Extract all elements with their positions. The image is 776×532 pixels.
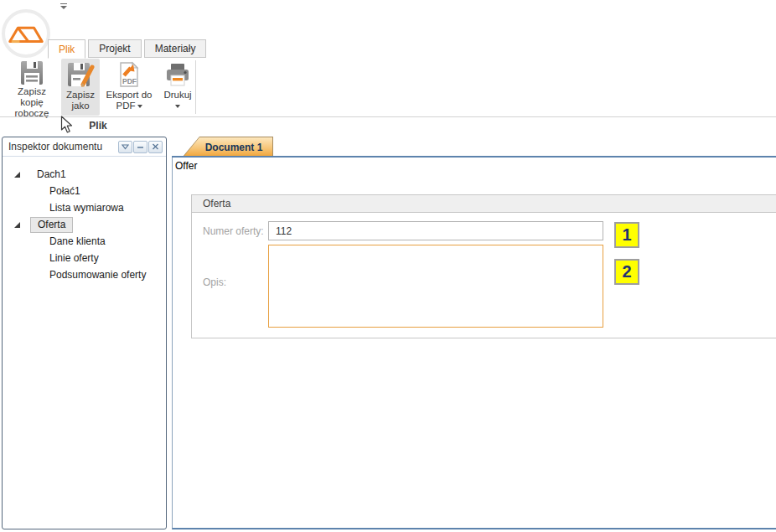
svg-text:PDF: PDF xyxy=(122,77,137,85)
oferta-groupbox: Oferta Numer oferty: Opis: xyxy=(191,194,776,338)
save-draft-label-line2: roboczę xyxy=(15,108,49,119)
tab-projekt[interactable]: Projekt xyxy=(88,39,141,58)
export-pdf-button[interactable]: PDF Eksport do PDF xyxy=(104,59,154,116)
annotation-badge-1: 1 xyxy=(614,222,639,248)
ribbon-separator xyxy=(195,60,196,114)
inspector-panel: Inspektor dokumentu Dach1 xyxy=(2,137,167,529)
offer-number-label: Numer oferty: xyxy=(203,225,264,237)
tree-item-label: Połać1 xyxy=(47,184,83,198)
tree-expander-icon[interactable] xyxy=(14,222,20,228)
panel-close-button[interactable] xyxy=(148,141,163,153)
tree-item-oferta[interactable]: Oferta xyxy=(3,216,166,233)
document-tree: Dach1 Połać1 Lista wymiarowa Oferta Dane… xyxy=(3,157,166,283)
dropdown-arrow-icon xyxy=(175,105,180,108)
description-label: Opis: xyxy=(203,276,226,288)
app-logo[interactable] xyxy=(2,9,50,58)
save-as-icon xyxy=(66,59,95,90)
tree-item-label: Lista wymiarowa xyxy=(47,201,127,214)
description-textarea[interactable] xyxy=(268,245,603,328)
tree-item-label: Dane klienta xyxy=(47,235,108,248)
save-draft-label-line1: Zapisz kopię xyxy=(7,86,57,108)
chevron-down-icon xyxy=(60,6,67,9)
quick-access-bar-icon xyxy=(60,3,67,4)
minimize-icon xyxy=(137,144,144,150)
chevron-down-icon xyxy=(122,144,129,150)
save-as-label-line1: Zapisz xyxy=(66,90,95,101)
inspector-title-bar[interactable]: Inspektor dokumentu xyxy=(3,137,166,157)
annotation-badge-2: 2 xyxy=(614,259,639,285)
print-label-line1: Drukuj xyxy=(163,90,191,101)
pdf-icon: PDF xyxy=(116,59,142,90)
document-content: Offer Oferta Numer oferty: Opis: 1 2 xyxy=(172,158,776,529)
tab-plik[interactable]: Plik xyxy=(48,39,85,59)
tree-item-label: Dach1 xyxy=(34,168,69,181)
ribbon-bottom-border xyxy=(0,116,776,117)
tree-item-dane-klienta[interactable]: Dane klienta xyxy=(3,233,166,250)
tree-item-label: Linie oferty xyxy=(47,251,101,265)
print-button[interactable]: Drukuj xyxy=(158,59,197,116)
offer-number-input[interactable] xyxy=(268,221,603,240)
save-draft-button[interactable]: Zapisz kopię roboczę xyxy=(7,59,57,116)
quick-access-toolbar-button[interactable] xyxy=(59,3,68,9)
save-as-label-line2: jako xyxy=(71,101,89,111)
dropdown-arrow-icon xyxy=(137,105,142,108)
save-icon xyxy=(18,59,45,86)
tree-item-label: Podsumowanie oferty xyxy=(47,268,148,281)
export-pdf-label-line2: PDF xyxy=(116,101,136,111)
document-heading: Offer xyxy=(175,160,197,172)
save-as-button[interactable]: Zapisz jako xyxy=(61,59,100,116)
inspector-title: Inspektor dokumentu xyxy=(8,141,117,152)
tab-materialy[interactable]: Materiały xyxy=(144,39,207,58)
tree-item-lista-wymiarowa[interactable]: Lista wymiarowa xyxy=(3,199,166,216)
roof-truss-icon xyxy=(7,21,45,46)
panel-dropdown-button[interactable] xyxy=(118,141,132,153)
close-icon xyxy=(152,143,159,150)
tree-item-podsumowanie-oferty[interactable]: Podsumowanie oferty xyxy=(3,266,166,283)
tree-item-polac1[interactable]: Połać1 xyxy=(3,183,166,199)
tree-item-linie-oferty[interactable]: Linie oferty xyxy=(3,250,166,266)
ribbon-tab-strip: Plik Projekt Materiały xyxy=(48,39,206,59)
ribbon-group-caption: Plik xyxy=(0,120,196,132)
app-window: Plik Projekt Materiały Zapisz kopię xyxy=(0,0,776,532)
tree-item-label-selected: Oferta xyxy=(30,217,73,233)
export-pdf-label-line1: Eksport do xyxy=(106,90,153,101)
tree-item-dach1[interactable]: Dach1 xyxy=(3,166,166,183)
document-panel: Document 1 Offer Oferta Numer oferty: Op… xyxy=(172,137,776,529)
tree-expander-icon[interactable] xyxy=(14,172,20,178)
ribbon-group-plik: Zapisz kopię roboczę Zapisz jako xyxy=(7,59,197,116)
panel-minimize-button[interactable] xyxy=(133,141,147,153)
oferta-groupbox-title: Oferta xyxy=(192,195,776,213)
printer-icon xyxy=(164,59,191,90)
